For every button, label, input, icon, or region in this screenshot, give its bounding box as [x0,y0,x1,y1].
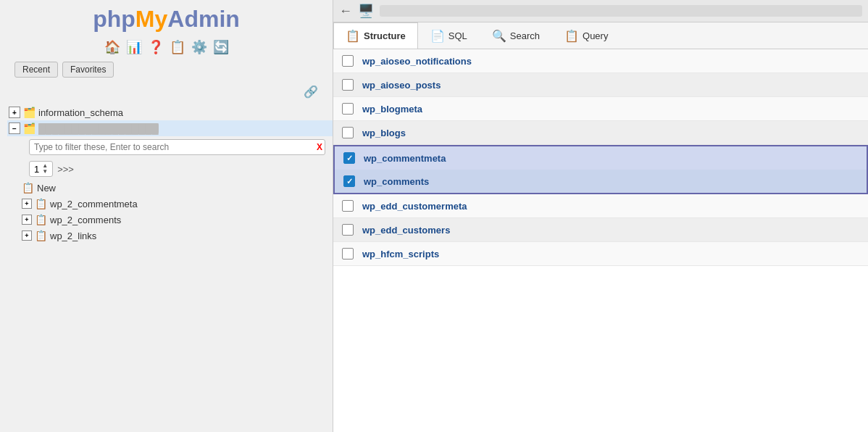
table-checkbox-wp-blogmeta[interactable] [342,103,354,115]
db-item-active[interactable]: − 🗂️ ██████████████████ [7,120,333,136]
table-checkbox-wp-blogs[interactable] [342,127,354,138]
table-row: wp_aioseo_notifications [333,49,868,73]
table-row: wp_edd_customers [333,218,868,242]
tab-query-label: Query [583,30,608,41]
page-spinner[interactable]: ▲▼ [42,163,48,175]
wp2-commentmeta-label: wp_2_commentmeta [50,199,138,209]
table-checkbox-wp-aioseo-posts[interactable] [342,79,354,91]
logo: phpMyAdmin [14,7,318,30]
link-icon-row: 🔗 [0,85,333,99]
top-bar-spacer [380,5,862,17]
expand-wp2-commentmeta[interactable]: + [22,199,32,209]
logo-php: php [93,6,135,32]
tree-item-new[interactable]: 📋 New [7,180,333,196]
recent-button[interactable]: Recent [14,62,58,78]
copy-icon[interactable]: 📋 [169,38,186,56]
table-row: wp_blogmeta [333,97,868,121]
table-checkbox-wp-edd-customers[interactable] [342,224,354,236]
table-checkbox-wp-edd-customermeta[interactable] [342,200,354,212]
tab-search[interactable]: 🔍 Search [480,22,552,49]
tab-sql-label: SQL [448,30,467,41]
table-checkbox-wp-hfcm-scripts[interactable] [342,248,354,259]
search-icon: 🔍 [492,29,506,43]
table-link-wp-aioseo-notifications[interactable]: wp_aioseo_notifications [362,56,472,67]
page-nav: 1 ▲▼ >>> [7,158,333,180]
tree-item-wp2-links[interactable]: + 📋 wp_2_links [7,228,333,244]
table-list: wp_aioseo_notifications wp_aioseo_posts … [333,49,868,432]
tree-item-wp2-comments[interactable]: + 📋 wp_2_comments [7,212,333,228]
new-table-icon: 📋 [22,182,34,194]
tab-query[interactable]: 📋 Query [552,22,620,49]
table-link-wp-edd-customers[interactable]: wp_edd_customers [362,225,450,236]
page-num-value: 1 [34,164,39,175]
table-row: wp_hfcm_scripts [333,242,868,266]
tab-structure-label: Structure [364,30,406,41]
table-link-wp-comments[interactable]: wp_comments [364,176,429,187]
tab-bar: 📋 Structure 📄 SQL 🔍 Search 📋 Query [333,22,868,49]
logo-area: phpMyAdmin [0,0,333,34]
top-bar: ← 🖥️ [333,0,868,22]
db-tree: + 🗂️ information_schema − 🗂️ ███████████… [0,101,333,432]
table-icon-wp2-commentmeta: 📋 [35,198,47,209]
link-icon[interactable]: 🔗 [304,85,318,99]
table-checkbox-wp-commentmeta[interactable] [343,152,355,164]
filter-clear-icon[interactable]: X [317,142,322,152]
table-icon-wp2-comments: 📋 [35,214,47,225]
wp2-comments-label: wp_2_comments [50,215,121,225]
db-folder-icon-active: 🗂️ [23,122,36,134]
db-folder-icon: 🗂️ [23,107,36,118]
page-number: 1 ▲▼ [29,161,53,177]
db-name-active: ██████████████████ [38,123,159,134]
table-checkbox-wp-aioseo-notifications[interactable] [342,55,354,67]
expand-wp2-comments[interactable]: + [22,215,32,225]
table-icon-wp2-links: 📋 [35,230,47,241]
table-checkbox-wp-comments[interactable] [343,175,355,187]
page-forward-arrows[interactable]: >>> [57,164,74,175]
refresh-icon[interactable]: 🔄 [212,38,230,56]
table-link-wp-edd-customermeta[interactable]: wp_edd_customermeta [362,201,467,212]
sql-icon: 📄 [430,29,445,43]
settings-icon[interactable]: ⚙️ [191,38,208,56]
filter-box: X [29,139,325,155]
table-link-wp-aioseo-posts[interactable]: wp_aioseo_posts [362,80,441,91]
right-panel: ← 🖥️ 📋 Structure 📄 SQL 🔍 Search 📋 Query … [333,0,868,432]
structure-icon: 📋 [346,29,360,43]
query-icon: 📋 [564,29,579,43]
monitor-icon: 🖥️ [358,3,374,19]
tree-item-wp2-commentmeta[interactable]: + 📋 wp_2_commentmeta [7,196,333,212]
logo-my: My [135,6,167,32]
table-row: wp_blogs [333,121,868,145]
table-link-wp-commentmeta[interactable]: wp_commentmeta [364,153,446,164]
table-row: wp_commentmeta [333,145,868,170]
wp2-links-label: wp_2_links [50,230,96,241]
home-icon[interactable]: 🏠 [104,38,121,56]
table-link-wp-blogs[interactable]: wp_blogs [362,128,406,138]
logo-admin: Admin [167,6,240,32]
db-name-information-schema: information_schema [38,107,123,118]
filter-input[interactable] [29,139,325,155]
new-table-label: New [37,183,56,194]
tab-sql[interactable]: 📄 SQL [418,22,480,49]
favorites-button[interactable]: Favorites [62,62,114,78]
back-button[interactable]: ← [339,4,352,19]
db-item-information-schema[interactable]: + 🗂️ information_schema [7,104,333,120]
help-icon[interactable]: ❓ [147,38,164,56]
expand-active-db[interactable]: − [9,122,20,134]
toolbar-icons: 🏠 📊 ❓ 📋 ⚙️ 🔄 [0,34,333,62]
db-icon[interactable]: 📊 [125,38,143,56]
left-sidebar: phpMyAdmin 🏠 📊 ❓ 📋 ⚙️ 🔄 Recent Favorites… [0,0,333,432]
tab-structure[interactable]: 📋 Structure [333,22,418,49]
table-link-wp-hfcm-scripts[interactable]: wp_hfcm_scripts [362,249,439,259]
expand-wp2-links[interactable]: + [22,230,32,241]
table-link-wp-blogmeta[interactable]: wp_blogmeta [362,104,422,115]
table-row: wp_comments [333,170,868,194]
table-row: wp_aioseo_posts [333,73,868,97]
expand-information-schema[interactable]: + [9,107,20,118]
tab-search-label: Search [510,30,540,41]
table-row: wp_edd_customermeta [333,194,868,218]
nav-buttons: Recent Favorites [0,62,333,85]
